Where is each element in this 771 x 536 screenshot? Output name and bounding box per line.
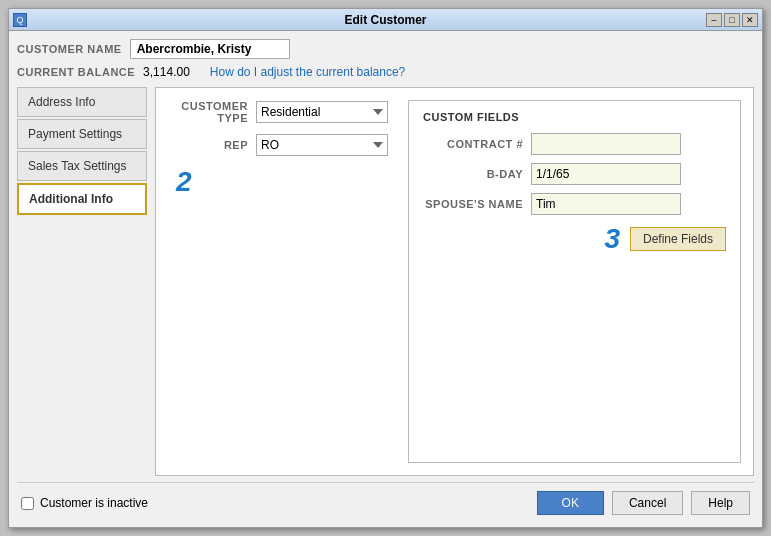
close-button[interactable]: ✕	[742, 13, 758, 27]
ok-button[interactable]: OK	[537, 491, 604, 515]
bday-input[interactable]	[531, 163, 681, 185]
define-fields-row: 3 Define Fields	[423, 223, 726, 255]
customer-name-value: Abercrombie, Kristy	[130, 39, 290, 59]
contract-label: CONTRACT #	[423, 138, 523, 150]
sidebar-item-payment-settings[interactable]: Payment Settings	[17, 119, 147, 149]
balance-value: 3,114.00	[143, 65, 190, 79]
window-body: CUSTOMER NAME Abercrombie, Kristy CURREN…	[9, 31, 762, 527]
sidebar-item-address-info[interactable]: Address Info	[17, 87, 147, 117]
step-3-indicator: 3	[604, 223, 620, 255]
customer-type-select[interactable]: Residential Commercial	[256, 101, 388, 123]
inactive-label: Customer is inactive	[40, 496, 148, 510]
form-section: CUSTOMER TYPE Residential Commercial REP…	[168, 100, 741, 463]
inactive-checkbox[interactable]	[21, 497, 34, 510]
window-title: Edit Customer	[344, 13, 426, 27]
spouse-label: SPOUSE'S NAME	[423, 198, 523, 210]
customer-type-label: CUSTOMER TYPE	[168, 100, 248, 124]
bday-label: B-DAY	[423, 168, 523, 180]
rep-row: REP RO Other	[168, 134, 388, 156]
customer-name-row: CUSTOMER NAME Abercrombie, Kristy	[17, 39, 754, 59]
window-controls: – □ ✕	[706, 13, 758, 27]
contract-row: CONTRACT #	[423, 133, 726, 155]
customer-type-row: CUSTOMER TYPE Residential Commercial	[168, 100, 388, 124]
inactive-checkbox-row: Customer is inactive	[21, 496, 148, 510]
cancel-button[interactable]: Cancel	[612, 491, 683, 515]
rep-label: REP	[168, 139, 248, 151]
sidebar-item-sales-tax-settings[interactable]: Sales Tax Settings	[17, 151, 147, 181]
custom-fields-section: CUSTOM FIELDS CONTRACT # B-DAY SPOUSE'S …	[408, 100, 741, 463]
minimize-button[interactable]: –	[706, 13, 722, 27]
window-icon: Q	[13, 13, 27, 27]
left-form: CUSTOMER TYPE Residential Commercial REP…	[168, 100, 388, 463]
restore-button[interactable]: □	[724, 13, 740, 27]
adjust-balance-link[interactable]: How do I adjust the current balance?	[210, 65, 405, 79]
help-button[interactable]: Help	[691, 491, 750, 515]
bday-row: B-DAY	[423, 163, 726, 185]
define-fields-button[interactable]: Define Fields	[630, 227, 726, 251]
balance-row: CURRENT BALANCE 3,114.00 How do I adjust…	[17, 65, 754, 79]
spouse-row: SPOUSE'S NAME	[423, 193, 726, 215]
footer-buttons: OK Cancel Help	[537, 491, 750, 515]
contract-input[interactable]	[531, 133, 681, 155]
custom-fields-title: CUSTOM FIELDS	[423, 111, 726, 123]
content-area: CUSTOMER TYPE Residential Commercial REP…	[155, 87, 754, 476]
sidebar: Address Info Payment Settings Sales Tax …	[17, 87, 147, 476]
footer: Customer is inactive OK Cancel Help	[17, 482, 754, 519]
balance-label: CURRENT BALANCE	[17, 66, 135, 78]
title-bar: Q Edit Customer – □ ✕	[9, 9, 762, 31]
step-2-indicator: 2	[176, 166, 192, 198]
main-area: Address Info Payment Settings Sales Tax …	[17, 87, 754, 476]
sidebar-item-additional-info[interactable]: Additional Info	[17, 183, 147, 215]
rep-select[interactable]: RO Other	[256, 134, 388, 156]
customer-name-label: CUSTOMER NAME	[17, 43, 122, 55]
spouse-input[interactable]	[531, 193, 681, 215]
edit-customer-window: Q Edit Customer – □ ✕ CUSTOMER NAME Aber…	[8, 8, 763, 528]
